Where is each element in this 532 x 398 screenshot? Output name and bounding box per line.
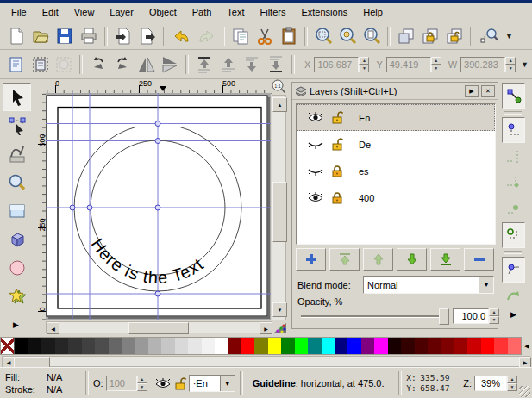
menu-text[interactable]: Text: [219, 4, 252, 20]
find-button[interactable]: [478, 25, 500, 47]
palette-swatch[interactable]: [15, 338, 28, 354]
resize-grip[interactable]: [519, 386, 530, 397]
panel-menu-button[interactable]: ▶: [465, 85, 479, 97]
palette-swatch[interactable]: [68, 338, 81, 354]
palette-swatch[interactable]: [281, 338, 294, 354]
palette-swatch[interactable]: [295, 338, 308, 354]
palette-swatch[interactable]: [388, 338, 401, 354]
tool-node-editor[interactable]: [3, 111, 31, 140]
palette-swatch[interactable]: [215, 338, 228, 354]
visibility-off-icon[interactable]: [307, 165, 324, 177]
palette-swatch[interactable]: [361, 338, 374, 354]
zoom-page-button[interactable]: [360, 25, 383, 47]
snap-bbox-edges-button[interactable]: [502, 145, 523, 169]
palette-swatch[interactable]: [268, 338, 281, 354]
palette-swatch[interactable]: [228, 338, 241, 354]
palette-swatch[interactable]: [28, 338, 41, 354]
undo-button[interactable]: [171, 25, 193, 47]
palette-swatch[interactable]: [135, 338, 147, 354]
menu-extensions[interactable]: Extensions: [293, 4, 355, 20]
layer-row[interactable]: es: [297, 158, 495, 184]
palette-swatch[interactable]: [254, 338, 267, 354]
scroll-right-button[interactable]: ▶: [260, 322, 272, 334]
spin-up[interactable]: ▲: [507, 376, 517, 383]
add-layer-button[interactable]: [296, 248, 326, 271]
palette-swatch[interactable]: [467, 338, 480, 354]
spin-up[interactable]: ▲: [431, 57, 441, 65]
palette-swatch[interactable]: [148, 338, 161, 354]
palette-swatch[interactable]: [1, 338, 15, 354]
object-opacity-spinbox[interactable]: 100▲▼: [106, 376, 147, 391]
menu-layer[interactable]: Layer: [102, 4, 141, 20]
zoom-1-1-icon[interactable]: 1:1: [270, 79, 287, 94]
select-all-button[interactable]: [5, 53, 28, 76]
snap-toolbar-overflow[interactable]: ▶: [502, 310, 525, 319]
zoom-spinbox[interactable]: 39%▲▼: [474, 376, 517, 391]
duplicate-button[interactable]: [395, 25, 417, 47]
x-field[interactable]: 106.687▲▼: [314, 57, 369, 72]
vertical-ruler[interactable]: 500 250 0: [34, 93, 47, 320]
palette-swatch[interactable]: [308, 338, 321, 354]
lock-closed-icon[interactable]: [331, 165, 343, 177]
print-button[interactable]: [78, 25, 100, 47]
palette-swatch[interactable]: [401, 338, 414, 354]
new-document-button[interactable]: [5, 25, 28, 47]
palette-swatch[interactable]: [202, 338, 215, 354]
menu-view[interactable]: View: [66, 4, 103, 20]
menu-edit[interactable]: Edit: [34, 4, 66, 20]
opacity-slider-track[interactable]: [301, 315, 448, 318]
visibility-on-icon[interactable]: [307, 192, 324, 203]
menu-filters[interactable]: Filters: [253, 4, 294, 20]
y-field[interactable]: 49.419▲▼: [386, 57, 441, 72]
lock-open-icon[interactable]: [331, 138, 343, 151]
layer-row[interactable]: En: [297, 104, 495, 131]
snap-nodes-button[interactable]: [502, 196, 523, 221]
spin-down[interactable]: ▼: [489, 316, 499, 324]
spin-up[interactable]: ▲: [359, 57, 369, 65]
redo-button[interactable]: [195, 25, 217, 47]
palette-swatch[interactable]: [441, 338, 454, 354]
palette-swatch[interactable]: [415, 338, 428, 354]
palette-swatch[interactable]: [374, 338, 387, 354]
toolbar-overflow-button[interactable]: ▼: [517, 60, 532, 69]
raise-layer-to-top-button[interactable]: [329, 248, 360, 271]
scroll-up-button[interactable]: ▲: [272, 97, 287, 112]
palette-swatch[interactable]: [494, 338, 507, 354]
visibility-on-icon[interactable]: [307, 112, 324, 123]
palette-swatch[interactable]: [161, 338, 174, 354]
palette-swatch[interactable]: [175, 338, 188, 354]
lower-to-bottom-button[interactable]: [265, 53, 287, 76]
raise-button[interactable]: [217, 53, 240, 76]
blend-mode-select[interactable]: Normal▼: [363, 276, 494, 294]
palette-scrollbar[interactable]: ◀ ▶: [2, 356, 530, 367]
palette-scroll-left-icon[interactable]: ◀: [522, 337, 532, 355]
menu-help[interactable]: Help: [355, 4, 391, 20]
palette-swatch[interactable]: [347, 338, 360, 354]
spin-up[interactable]: ▲: [505, 57, 516, 65]
spin-down[interactable]: ▼: [431, 65, 441, 72]
vertical-scroll-thumb[interactable]: [272, 182, 287, 242]
horizontal-scrollbar[interactable]: ◀ ▶: [46, 321, 272, 333]
fill-stroke-indicator[interactable]: Fill: N/A Stroke: N/A: [0, 372, 81, 395]
paste-button[interactable]: [278, 25, 300, 47]
layers-panel-titlebar[interactable]: Layers (Shift+Ctrl+L) ▶ ✕: [292, 83, 498, 100]
scroll-left-button[interactable]: ◀: [47, 322, 59, 334]
snap-toggle-button[interactable]: [502, 83, 525, 109]
palette-swatch[interactable]: [82, 338, 95, 354]
export-button[interactable]: [136, 25, 159, 47]
open-button[interactable]: [29, 25, 52, 47]
spin-down[interactable]: ▼: [507, 383, 517, 391]
tool-rectangle[interactable]: [3, 196, 31, 225]
raise-layer-button[interactable]: [363, 248, 393, 271]
current-layer-select[interactable]: ·En▼: [189, 375, 235, 392]
palette-swatch[interactable]: [335, 338, 347, 354]
palette-swatch[interactable]: [41, 338, 54, 354]
palette-swatch[interactable]: [109, 338, 122, 354]
menu-file[interactable]: File: [3, 4, 34, 20]
chevron-down-icon[interactable]: ▼: [220, 376, 235, 391]
rotate-ccw-button[interactable]: [87, 53, 110, 76]
spin-up[interactable]: ▲: [137, 376, 147, 383]
menu-path[interactable]: Path: [185, 4, 220, 20]
tool-ellipse[interactable]: [3, 253, 31, 282]
zoom-selection-button[interactable]: [312, 25, 335, 47]
